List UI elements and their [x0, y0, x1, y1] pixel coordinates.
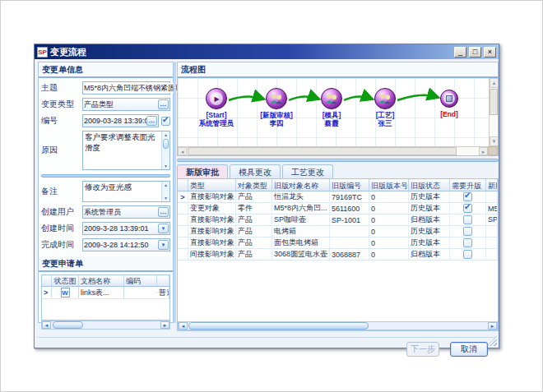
col-obj-type[interactable]: 对象类型 — [236, 179, 272, 191]
titlebar[interactable]: SP 变更流程 _ □ × — [35, 44, 499, 59]
minimize-button[interactable]: _ — [454, 47, 466, 58]
panel-title-change-order-info: 变更单信息 — [39, 62, 173, 78]
col-upgrade[interactable]: 需要升版 — [450, 179, 486, 191]
cancel-button[interactable]: 取消 — [450, 342, 488, 357]
scroll-thumb[interactable] — [188, 147, 457, 155]
finish-time-dropdown-icon[interactable]: ▼ — [158, 240, 169, 250]
table-row[interactable]: 直接影响对象 产品 面包类电烤箱 0 历史版本 ✔ — [178, 238, 498, 249]
scroll-right-icon[interactable]: ► — [160, 321, 169, 329]
flow-node-start[interactable]: ▶ [Start]系统管理员 — [183, 88, 249, 127]
table-row[interactable]: 直接影响对象 产品 电烤箱 0 历史版本 ✔ — [178, 226, 498, 238]
upgrade-checkbox[interactable]: ✔ — [463, 227, 472, 236]
scroll-thumb[interactable] — [490, 89, 498, 115]
flow-hscrollbar[interactable]: ◄ ► — [178, 146, 488, 155]
flow-node-craft[interactable]: [工艺]张三 — [352, 88, 418, 127]
horizontal-splitter[interactable] — [177, 159, 499, 162]
col-status-icon[interactable]: 状态图 — [52, 275, 79, 286]
close-button[interactable]: × — [484, 47, 496, 58]
col-old-name[interactable]: 旧版对象名称 — [272, 179, 330, 191]
scroll-right-icon[interactable]: ► — [488, 322, 497, 330]
change-type-label: 变更类型 — [41, 99, 82, 110]
grid-header[interactable]: 类型 对象类型 旧版对象名称 旧版编号 旧版版本号 旧版状态 需要升版 新版 — [178, 179, 498, 191]
scroll-left-icon[interactable]: ◄ — [179, 322, 188, 330]
creator-field[interactable]: 系统管理员 … — [82, 205, 170, 219]
table-row[interactable]: 变更对象 零件 M5*8内六角凹... 5611600 0 历史版本 ✔ M5*… — [178, 203, 498, 214]
table-row[interactable]: 直接影响对象 产品 SP咖啡壶 SP-1001 0 归档版本 ✔ SP咖 — [178, 214, 498, 226]
finish-time-field[interactable]: 2009-3-28 14:12:50 ▼ — [82, 238, 170, 251]
number-browse-button[interactable]: … — [146, 116, 157, 126]
finish-time-label: 完成时间 — [41, 239, 82, 251]
tab-mold-change[interactable]: 模具更改 — [230, 164, 281, 179]
scroll-thumb[interactable] — [53, 321, 83, 329]
scroll-thumb[interactable] — [188, 322, 369, 330]
reason-textarea[interactable]: 客户要求调整表面光滑度 ▲ ▼ — [82, 131, 170, 170]
mini-grid-hscrollbar[interactable]: ◄ ► — [41, 321, 170, 330]
people-icon — [321, 88, 342, 109]
scroll-down-icon[interactable]: ▼ — [162, 195, 169, 201]
selected-row-icon: > — [44, 288, 48, 297]
vertical-splitter[interactable] — [174, 62, 176, 323]
col-doc-name[interactable]: 文档名称 — [79, 275, 124, 286]
scroll-down-icon[interactable]: ▼ — [162, 163, 169, 169]
scroll-up-icon[interactable]: ▲ — [490, 78, 499, 88]
end-node-icon — [440, 90, 458, 108]
col-old-no[interactable]: 旧版编号 — [330, 179, 369, 191]
remarks-row: 备注 修改为亚光感 ▲ ▼ — [41, 181, 170, 202]
number-field[interactable]: 2009-03-28 13:39:01 … — [82, 114, 159, 127]
table-row[interactable]: > 直接影响对象 产品 恒温龙头 79169TC 0 历史版本 ✔ — [178, 191, 498, 203]
left-splitter[interactable] — [41, 174, 170, 178]
subject-input[interactable] — [84, 83, 180, 93]
tabstrip: 新版审批 模具更改 工艺更改 — [177, 164, 333, 179]
remarks-textarea[interactable]: 修改为亚光感 ▲ ▼ — [82, 181, 170, 202]
upgrade-checkbox[interactable]: ✔ — [463, 250, 472, 259]
create-time-field[interactable]: 2009-3-28 13:39:01 ▼ — [82, 222, 170, 235]
reason-row: 原因 客户要求调整表面光滑度 ▲ ▼ — [41, 131, 170, 170]
screenshot-page: SP 变更流程 _ □ × 变更单信息 主题 变更类型 产品类型 — [0, 0, 543, 392]
upgrade-checkbox[interactable]: ✔ — [463, 238, 472, 247]
table-row[interactable]: 间接影响对象 产品 3068圆篮电水壶 3068887 0 归档版本 ✔ — [178, 249, 498, 261]
scroll-left-icon[interactable]: ◄ — [178, 147, 187, 155]
col-type[interactable]: 类型 — [188, 179, 236, 191]
check-icon: ✔ — [162, 115, 169, 124]
upgrade-checkbox[interactable]: ✔ — [463, 192, 472, 201]
col-old-status[interactable]: 旧版状态 — [409, 179, 450, 191]
reason-scrollbar[interactable]: ▲ ▼ — [161, 131, 169, 169]
upgrade-checkbox[interactable]: ✔ — [463, 215, 472, 224]
change-type-field[interactable]: 产品类型 … — [82, 98, 170, 111]
play-icon: ▶ — [214, 95, 219, 103]
next-button[interactable]: 下一步 — [406, 342, 439, 357]
change-type-browse-button[interactable]: … — [158, 99, 169, 109]
scroll-up-icon[interactable]: ▲ — [162, 131, 169, 138]
selected-row-icon: > — [180, 193, 184, 201]
tab-new-version-approval[interactable]: 新版审批 — [177, 164, 228, 179]
creator-row: 创建用户 系统管理员 … — [41, 205, 170, 219]
col-code[interactable]: 编码 — [124, 275, 157, 286]
remarks-scrollbar[interactable]: ▲ ▼ — [161, 182, 169, 201]
scroll-thumb[interactable] — [163, 139, 169, 149]
subject-row: 主题 — [41, 81, 170, 95]
scroll-right-icon[interactable]: ► — [479, 147, 488, 155]
grid-hscrollbar[interactable]: ◄ ► — [178, 321, 498, 330]
creator-label: 创建用户 — [41, 206, 82, 218]
flow-vscrollbar[interactable]: ▲ ▼ — [489, 78, 498, 146]
remarks-label: 备注 — [41, 186, 82, 197]
flow-node-end[interactable]: [End] — [416, 90, 482, 118]
create-time-dropdown-icon[interactable]: ▼ — [158, 224, 169, 233]
number-checkbox[interactable]: ✔ — [161, 117, 170, 126]
window-title: 变更流程 — [50, 46, 452, 58]
col-new-name[interactable]: 新版 — [486, 179, 498, 191]
creator-browse-button[interactable]: … — [158, 207, 169, 217]
scroll-down-icon[interactable]: ▼ — [490, 136, 499, 146]
check-icon: ✔ — [464, 203, 471, 211]
scroll-up-icon[interactable]: ▲ — [162, 182, 169, 188]
maximize-button[interactable]: □ — [469, 47, 481, 58]
flow-canvas[interactable]: ▶ [Start]系统管理员 [新版审核]李四 — [178, 78, 489, 146]
number-row: 编号 2009-03-28 13:39:01 … ✔ — [41, 114, 170, 127]
mini-grid-header[interactable]: 状态图 文档名称 编码 — [42, 275, 169, 287]
start-node-icon: ▶ — [206, 88, 227, 109]
upgrade-checkbox[interactable]: ✔ — [463, 204, 472, 213]
tab-craft-change[interactable]: 工艺更改 — [282, 164, 333, 179]
scroll-left-icon[interactable]: ◄ — [42, 321, 51, 329]
mini-grid-row[interactable]: > W links表... 普通 — [42, 287, 169, 299]
col-old-ver[interactable]: 旧版版本号 — [369, 179, 409, 191]
